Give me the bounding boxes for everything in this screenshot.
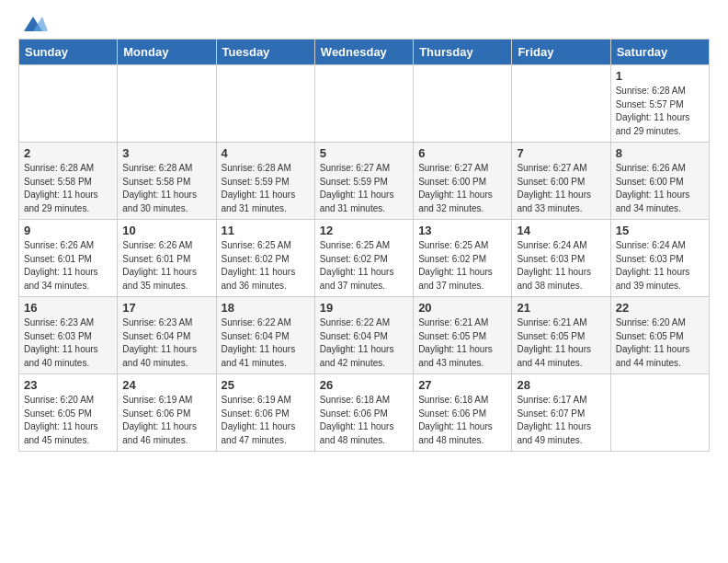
- weekday-header: Wednesday: [314, 40, 413, 65]
- day-number: 6: [418, 146, 506, 160]
- calendar-cell: 4Sunrise: 6:28 AM Sunset: 5:59 PM Daylig…: [216, 143, 314, 220]
- calendar-cell: 12Sunrise: 6:25 AM Sunset: 6:02 PM Dayli…: [314, 220, 413, 297]
- day-info: Sunrise: 6:26 AM Sunset: 6:01 PM Dayligh…: [122, 239, 210, 293]
- day-info: Sunrise: 6:21 AM Sunset: 6:05 PM Dayligh…: [517, 316, 605, 370]
- day-number: 19: [320, 301, 408, 315]
- day-number: 4: [222, 146, 310, 160]
- day-info: Sunrise: 6:24 AM Sunset: 6:03 PM Dayligh…: [517, 239, 605, 293]
- calendar-cell: 21Sunrise: 6:21 AM Sunset: 6:05 PM Dayli…: [512, 297, 610, 374]
- calendar-cell: 19Sunrise: 6:22 AM Sunset: 6:04 PM Dayli…: [314, 297, 413, 374]
- calendar-cell: 6Sunrise: 6:27 AM Sunset: 6:00 PM Daylig…: [414, 143, 512, 220]
- weekday-header: Monday: [118, 40, 216, 65]
- calendar-cell: 8Sunrise: 6:26 AM Sunset: 6:00 PM Daylig…: [610, 143, 709, 220]
- calendar-cell: 28Sunrise: 6:17 AM Sunset: 6:07 PM Dayli…: [512, 374, 610, 452]
- day-info: Sunrise: 6:25 AM Sunset: 6:02 PM Dayligh…: [320, 239, 408, 293]
- day-info: Sunrise: 6:20 AM Sunset: 6:05 PM Dayligh…: [616, 316, 704, 370]
- calendar-cell: 26Sunrise: 6:18 AM Sunset: 6:06 PM Dayli…: [314, 374, 413, 452]
- calendar-cell: 3Sunrise: 6:28 AM Sunset: 5:58 PM Daylig…: [118, 143, 216, 220]
- day-number: 14: [517, 224, 605, 237]
- calendar-cell: 1Sunrise: 6:28 AM Sunset: 5:57 PM Daylig…: [610, 65, 709, 143]
- day-number: 23: [24, 378, 112, 392]
- calendar-week-row: 16Sunrise: 6:23 AM Sunset: 6:03 PM Dayli…: [19, 297, 710, 374]
- calendar-cell: 7Sunrise: 6:27 AM Sunset: 6:00 PM Daylig…: [512, 143, 610, 220]
- day-number: 5: [320, 146, 408, 160]
- day-number: 15: [616, 224, 704, 237]
- calendar-week-row: 2Sunrise: 6:28 AM Sunset: 5:58 PM Daylig…: [19, 143, 710, 220]
- day-info: Sunrise: 6:23 AM Sunset: 6:04 PM Dayligh…: [122, 316, 210, 370]
- day-info: Sunrise: 6:23 AM Sunset: 6:03 PM Dayligh…: [24, 316, 112, 370]
- calendar-cell: 16Sunrise: 6:23 AM Sunset: 6:03 PM Dayli…: [19, 297, 118, 374]
- calendar-cell: 24Sunrise: 6:19 AM Sunset: 6:06 PM Dayli…: [118, 374, 216, 452]
- day-number: 7: [517, 146, 605, 160]
- day-info: Sunrise: 6:19 AM Sunset: 6:06 PM Dayligh…: [222, 394, 310, 447]
- day-number: 1: [616, 69, 704, 83]
- day-info: Sunrise: 6:27 AM Sunset: 5:59 PM Dayligh…: [320, 162, 408, 215]
- logo: [18, 15, 50, 29]
- day-info: Sunrise: 6:22 AM Sunset: 6:04 PM Dayligh…: [320, 316, 408, 370]
- calendar-cell: 25Sunrise: 6:19 AM Sunset: 6:06 PM Dayli…: [216, 374, 314, 452]
- day-number: 16: [24, 301, 112, 315]
- calendar-cell: 14Sunrise: 6:24 AM Sunset: 6:03 PM Dayli…: [512, 220, 610, 297]
- day-number: 3: [122, 146, 210, 160]
- calendar-cell: 27Sunrise: 6:18 AM Sunset: 6:06 PM Dayli…: [414, 374, 512, 452]
- calendar-cell: [610, 374, 709, 452]
- calendar-cell: [414, 65, 512, 143]
- calendar-cell: 18Sunrise: 6:22 AM Sunset: 6:04 PM Dayli…: [216, 297, 314, 374]
- day-number: 20: [418, 301, 506, 315]
- weekday-header: Sunday: [19, 40, 118, 65]
- day-info: Sunrise: 6:28 AM Sunset: 5:58 PM Dayligh…: [24, 162, 112, 215]
- day-info: Sunrise: 6:20 AM Sunset: 6:05 PM Dayligh…: [24, 394, 112, 447]
- calendar-cell: 11Sunrise: 6:25 AM Sunset: 6:02 PM Dayli…: [216, 220, 314, 297]
- day-info: Sunrise: 6:18 AM Sunset: 6:06 PM Dayligh…: [320, 394, 408, 447]
- calendar-cell: 15Sunrise: 6:24 AM Sunset: 6:03 PM Dayli…: [610, 220, 709, 297]
- day-info: Sunrise: 6:26 AM Sunset: 6:01 PM Dayligh…: [24, 239, 112, 293]
- day-info: Sunrise: 6:25 AM Sunset: 6:02 PM Dayligh…: [222, 239, 310, 293]
- day-number: 21: [517, 301, 605, 315]
- day-number: 22: [616, 301, 704, 315]
- weekday-header: Thursday: [414, 40, 512, 65]
- day-number: 27: [418, 378, 506, 392]
- calendar-cell: 23Sunrise: 6:20 AM Sunset: 6:05 PM Dayli…: [19, 374, 118, 452]
- calendar-cell: [216, 65, 314, 143]
- calendar-cell: 22Sunrise: 6:20 AM Sunset: 6:05 PM Dayli…: [610, 297, 709, 374]
- header: [18, 15, 710, 29]
- calendar-week-row: 9Sunrise: 6:26 AM Sunset: 6:01 PM Daylig…: [19, 220, 710, 297]
- day-info: Sunrise: 6:21 AM Sunset: 6:05 PM Dayligh…: [418, 316, 506, 370]
- day-number: 11: [222, 224, 310, 237]
- day-info: Sunrise: 6:24 AM Sunset: 6:03 PM Dayligh…: [616, 239, 704, 293]
- day-info: Sunrise: 6:25 AM Sunset: 6:02 PM Dayligh…: [418, 239, 506, 293]
- day-number: 25: [222, 378, 310, 392]
- calendar-cell: 10Sunrise: 6:26 AM Sunset: 6:01 PM Dayli…: [118, 220, 216, 297]
- day-number: 28: [517, 378, 605, 392]
- day-number: 2: [24, 146, 112, 160]
- weekday-header: Tuesday: [216, 40, 314, 65]
- day-info: Sunrise: 6:27 AM Sunset: 6:00 PM Dayligh…: [418, 162, 506, 215]
- day-info: Sunrise: 6:27 AM Sunset: 6:00 PM Dayligh…: [517, 162, 605, 215]
- day-number: 12: [320, 224, 408, 237]
- calendar-cell: [314, 65, 413, 143]
- calendar-cell: [19, 65, 118, 143]
- calendar-cell: 2Sunrise: 6:28 AM Sunset: 5:58 PM Daylig…: [19, 143, 118, 220]
- weekday-header: Friday: [512, 40, 610, 65]
- day-info: Sunrise: 6:17 AM Sunset: 6:07 PM Dayligh…: [517, 394, 605, 447]
- page: SundayMondayTuesdayWednesdayThursdayFrid…: [0, 0, 728, 466]
- calendar-header-row: SundayMondayTuesdayWednesdayThursdayFrid…: [19, 40, 710, 65]
- calendar-cell: 9Sunrise: 6:26 AM Sunset: 6:01 PM Daylig…: [19, 220, 118, 297]
- day-info: Sunrise: 6:28 AM Sunset: 5:59 PM Dayligh…: [222, 162, 310, 215]
- calendar-cell: [118, 65, 216, 143]
- day-number: 26: [320, 378, 408, 392]
- day-number: 18: [222, 301, 310, 315]
- weekday-header: Saturday: [610, 40, 709, 65]
- calendar-cell: 5Sunrise: 6:27 AM Sunset: 5:59 PM Daylig…: [314, 143, 413, 220]
- day-number: 24: [122, 378, 210, 392]
- logo-icon: [20, 15, 48, 35]
- day-info: Sunrise: 6:18 AM Sunset: 6:06 PM Dayligh…: [418, 394, 506, 447]
- calendar: SundayMondayTuesdayWednesdayThursdayFrid…: [18, 39, 710, 452]
- calendar-week-row: 23Sunrise: 6:20 AM Sunset: 6:05 PM Dayli…: [19, 374, 710, 452]
- day-number: 8: [616, 146, 704, 160]
- calendar-cell: 17Sunrise: 6:23 AM Sunset: 6:04 PM Dayli…: [118, 297, 216, 374]
- calendar-cell: 13Sunrise: 6:25 AM Sunset: 6:02 PM Dayli…: [414, 220, 512, 297]
- day-info: Sunrise: 6:26 AM Sunset: 6:00 PM Dayligh…: [616, 162, 704, 215]
- day-info: Sunrise: 6:22 AM Sunset: 6:04 PM Dayligh…: [222, 316, 310, 370]
- day-number: 10: [122, 224, 210, 237]
